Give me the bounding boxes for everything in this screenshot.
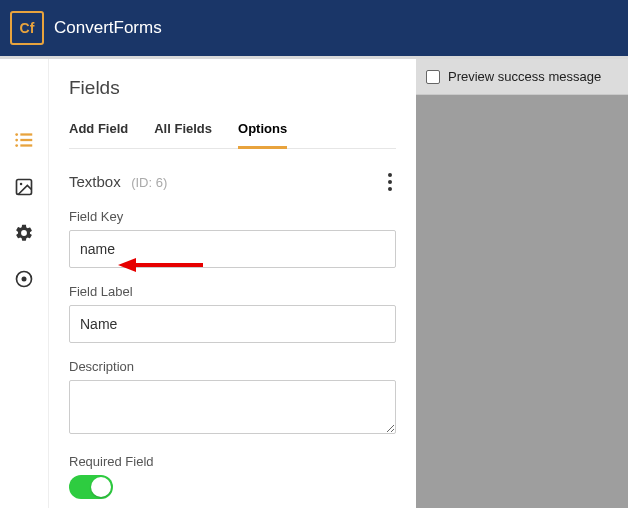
tab-all-fields[interactable]: All Fields: [154, 121, 212, 148]
svg-point-5: [15, 144, 18, 147]
preview-area: Preview success message: [416, 59, 628, 508]
brand-name: ConvertForms: [54, 18, 162, 38]
fields-panel: Fields Add Field All Fields Options Text…: [48, 59, 416, 508]
image-icon[interactable]: [14, 177, 34, 197]
tab-options[interactable]: Options: [238, 121, 287, 149]
topbar: Cf ConvertForms: [0, 0, 628, 56]
gear-icon[interactable]: [14, 223, 34, 243]
list-icon[interactable]: [13, 129, 35, 151]
svg-point-9: [22, 277, 27, 282]
svg-point-7: [20, 183, 22, 186]
panel-title: Fields: [69, 77, 396, 99]
section-title: Textbox: [69, 173, 121, 190]
required-field-label: Required Field: [69, 454, 396, 469]
tab-add-field[interactable]: Add Field: [69, 121, 128, 148]
brand-logo: Cf: [10, 11, 44, 45]
side-icon-column: [0, 59, 48, 508]
svg-point-3: [15, 133, 18, 136]
kebab-icon[interactable]: [384, 169, 396, 195]
tabs: Add Field All Fields Options: [69, 121, 396, 149]
description-label: Description: [69, 359, 396, 374]
target-icon[interactable]: [14, 269, 34, 289]
field-key-label: Field Key: [69, 209, 396, 224]
preview-success-checkbox[interactable]: [426, 70, 440, 84]
field-label-input[interactable]: [69, 305, 396, 343]
preview-bar: Preview success message: [416, 59, 628, 95]
required-field-toggle[interactable]: [69, 475, 113, 499]
preview-success-label: Preview success message: [448, 69, 601, 84]
svg-point-4: [15, 139, 18, 142]
field-label-label: Field Label: [69, 284, 396, 299]
field-key-input[interactable]: [69, 230, 396, 268]
description-textarea[interactable]: [69, 380, 396, 434]
section-id: (ID: 6): [131, 175, 167, 190]
